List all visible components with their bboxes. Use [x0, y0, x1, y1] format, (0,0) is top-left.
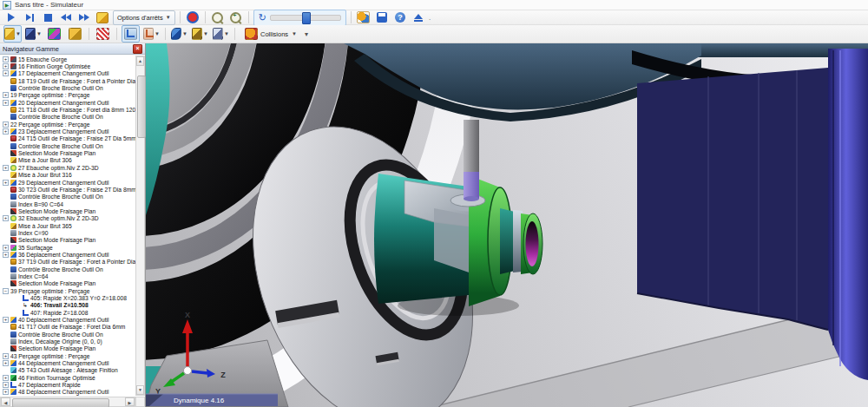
- tree-item[interactable]: Selection Mode Fraisage Plan: [0, 207, 135, 214]
- tree-item[interactable]: Contrôle Broche Broche Outil On: [0, 194, 135, 200]
- tree-expand-toggle[interactable]: +: [3, 382, 9, 388]
- measure2-button[interactable]: ▼: [212, 25, 230, 43]
- tree-expand-toggle[interactable]: +: [3, 121, 9, 128]
- tree-item[interactable]: Mise à Jour Brut 316: [0, 172, 135, 179]
- tree-item[interactable]: Contrôle Broche Broche Outil On: [0, 142, 135, 149]
- tree-expand-toggle[interactable]: +: [3, 353, 9, 359]
- toolbar-overflow[interactable]: ▾: [305, 30, 308, 38]
- tree-item[interactable]: 45 T43 Outil Alésage : Alésage Finition: [0, 367, 135, 374]
- tree-item[interactable]: +23 Déplacement Changement Outil: [0, 128, 135, 135]
- collisions-button[interactable]: Collisions ▼: [240, 26, 302, 43]
- tree-item[interactable]: 37 T19 Outil de Fraisage : Foret à Point…: [0, 259, 135, 266]
- tree-item[interactable]: Contrôle Broche Broche Outil On: [0, 266, 135, 272]
- scroll-right-icon[interactable]: ▶: [125, 397, 135, 406]
- viewport-3d[interactable]: X Y Z Dynamique 4.16: [146, 43, 868, 407]
- tree-item[interactable]: +40 Déplacement Changement Outil: [0, 316, 135, 323]
- tree-expand-toggle[interactable]: +: [3, 128, 9, 135]
- tree-expand-toggle[interactable]: +: [3, 56, 9, 62]
- tool-display-button[interactable]: [94, 25, 112, 43]
- tree-item[interactable]: Contrôle Broche Broche Outil On: [0, 114, 135, 121]
- tree-item[interactable]: Mise à Jour Brut 306: [0, 157, 135, 164]
- tree-item[interactable]: +17 Déplacement Changement Outil: [0, 70, 135, 77]
- settings-button[interactable]: [356, 10, 372, 25]
- tree-item[interactable]: +44 Déplacement Changement Outil: [0, 359, 135, 366]
- tree-item[interactable]: +47 Déplacement Rapide: [0, 381, 135, 388]
- tree-item[interactable]: Selection Mode Fraisage Plan: [0, 149, 135, 156]
- vertical-scrollbar[interactable]: ▲ ▼: [135, 56, 145, 396]
- play-button[interactable]: [3, 10, 19, 25]
- tree-item[interactable]: +46 Finition Tournage Optimisé: [0, 374, 135, 381]
- tree-expand-toggle[interactable]: +: [3, 317, 9, 323]
- tree-item[interactable]: Mise à Jour Brut 365: [0, 222, 135, 229]
- tree-expand-toggle[interactable]: +: [3, 252, 9, 258]
- tree-item[interactable]: Selection Mode Fraisage Plan: [0, 237, 135, 244]
- tree-expand-toggle[interactable]: −: [3, 288, 9, 294]
- tree-item[interactable]: +22 Perçage optimisé : Perçage: [0, 121, 135, 128]
- speed-slider-thumb[interactable]: [302, 12, 311, 24]
- horizontal-scrollbar[interactable]: ◀ ▶: [0, 397, 135, 407]
- tree-item[interactable]: 30 T23 Outil de Fraisage : Fraise 2T Dia…: [0, 186, 135, 193]
- tree-expand-toggle[interactable]: +: [3, 375, 9, 381]
- save-button[interactable]: [374, 10, 390, 25]
- tree-item[interactable]: Selection Mode Fraisage Plan: [0, 280, 135, 287]
- tree-expand-toggle[interactable]: +: [3, 165, 9, 171]
- tree-item[interactable]: 18 T19 Outil de Fraisage : Foret à Point…: [0, 77, 135, 84]
- tree-item[interactable]: Selection Mode Fraisage Plan: [0, 345, 135, 352]
- tree-item[interactable]: Index C=90: [0, 229, 135, 236]
- tree-item[interactable]: Index, Décalage Origine (0, 0, 0): [0, 338, 135, 345]
- close-icon[interactable]: ×: [133, 44, 142, 54]
- tree-item[interactable]: Index C=64: [0, 272, 135, 279]
- tree-item[interactable]: 407: Rapide Z=18.008: [0, 309, 135, 316]
- stop-options-button[interactable]: Options d'arrêts ▼: [113, 10, 175, 25]
- play-to-next-button[interactable]: [22, 10, 37, 25]
- tree-item[interactable]: Index B=90 C=64: [0, 200, 135, 207]
- analysis-graph2-button[interactable]: ▼: [142, 25, 161, 43]
- tree-item[interactable]: +35 Surfaçage: [0, 244, 135, 251]
- horizontal-scrollbar-thumb[interactable]: [12, 398, 109, 407]
- tree-item[interactable]: 21 T18 Outil de Fraisage : Foret dia 8mm…: [0, 106, 135, 113]
- vertical-scrollbar-thumb[interactable]: [137, 75, 146, 138]
- tree-expand-toggle[interactable]: +: [3, 245, 9, 251]
- tree-item[interactable]: +16 Finition Gorge Optimisée: [0, 62, 135, 69]
- tree-expand-toggle[interactable]: +: [3, 389, 9, 395]
- stop-button[interactable]: [40, 10, 56, 25]
- record-button[interactable]: [185, 10, 201, 25]
- tree-item[interactable]: −39 Perçage optimisé : Perçage: [0, 287, 135, 294]
- tree-item[interactable]: 24 T15 Outil de Fraisage : Fraise 2T Dia…: [0, 135, 135, 142]
- stock-display-button[interactable]: ▼: [3, 25, 22, 43]
- tree-item[interactable]: +43 Perçage optimisé : Perçage: [0, 352, 135, 359]
- tree-expand-toggle[interactable]: +: [3, 100, 9, 106]
- eject-button[interactable]: [411, 10, 426, 25]
- tree-expand-toggle[interactable]: +: [3, 360, 9, 366]
- reset-simulation-button[interactable]: [95, 10, 110, 25]
- tree-item[interactable]: 405: Rapide X=20.383 Y=0 Z=18.008: [0, 294, 135, 301]
- tree-item[interactable]: 41 T17 Outil de Fraisage : Foret Dia 6mm: [0, 324, 135, 331]
- tree-item[interactable]: +36 Déplacement Changement Outil: [0, 251, 135, 258]
- analysis-graph-button[interactable]: [122, 25, 140, 43]
- fixture-display-button[interactable]: [66, 25, 84, 43]
- tree-item[interactable]: Contrôle Broche Broche Outil On: [0, 84, 135, 91]
- toolpath-display-button[interactable]: ▼: [170, 25, 188, 43]
- tree-item[interactable]: 406: Travail Z=10.508: [0, 302, 135, 309]
- step-back-button[interactable]: [58, 10, 74, 25]
- tree-item[interactable]: Contrôle Broche Broche Outil On: [0, 331, 135, 338]
- tree-item[interactable]: +32 Ebauche optim.Niv Z 2D-3D: [0, 215, 135, 222]
- machine-display-button[interactable]: ▼: [24, 25, 43, 43]
- tree-item[interactable]: +19 Perçage optimisé : Perçage: [0, 92, 135, 99]
- help-button[interactable]: ?: [392, 10, 408, 25]
- speed-slider[interactable]: [270, 15, 341, 21]
- tree-expand-toggle[interactable]: +: [3, 215, 9, 221]
- step-forward-button[interactable]: [76, 10, 92, 25]
- tree-item[interactable]: +29 Déplacement Changement Outil: [0, 179, 135, 186]
- tree-item[interactable]: +48 Déplacement Changement Outil: [0, 389, 135, 396]
- toolbar-overflow[interactable]: .: [429, 14, 431, 22]
- zoom-out-button[interactable]: [210, 10, 226, 25]
- part-display-button[interactable]: [45, 25, 63, 43]
- tree-item[interactable]: +15 Ebauche Gorge: [0, 56, 135, 62]
- measure-button[interactable]: ▼: [191, 25, 209, 43]
- tree-item[interactable]: +20 Déplacement Changement Outil: [0, 99, 135, 106]
- tree-expand-toggle[interactable]: +: [3, 70, 9, 76]
- scroll-up-icon[interactable]: ▲: [136, 56, 144, 66]
- tree-expand-toggle[interactable]: +: [3, 63, 9, 69]
- refresh-view-icon[interactable]: ↻: [259, 13, 266, 23]
